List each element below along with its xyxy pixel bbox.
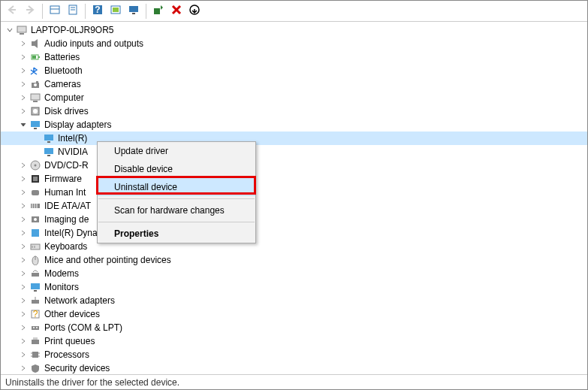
tree-category-label: Audio inputs and outputs [44, 38, 143, 49]
ctx-item-label: Update driver [114, 146, 168, 156]
tree-category-row[interactable]: Print queues [1, 334, 587, 348]
chevron-right-icon[interactable] [19, 283, 28, 292]
svg-rect-27 [34, 128, 37, 129]
tree-category-row[interactable]: Disk drives [1, 104, 587, 118]
chevron-down-icon[interactable] [19, 120, 28, 129]
back-button[interactable] [4, 3, 20, 20]
svg-rect-0 [50, 6, 59, 14]
tree-device-row[interactable]: NVIDIA [1, 145, 587, 159]
ide-icon [29, 200, 41, 212]
tree-category-label: Mice and other pointing devices [44, 255, 171, 265]
chevron-right-icon[interactable] [19, 53, 28, 62]
chevron-right-icon[interactable] [19, 66, 28, 75]
chevron-right-icon[interactable] [19, 161, 28, 170]
tree-category-label: Batteries [44, 52, 80, 62]
tree-category-row[interactable]: Firmware [1, 172, 587, 186]
bluetooth-icon [29, 65, 41, 77]
context-menu: Update driver Disable device Uninstall d… [97, 141, 256, 243]
properties-button[interactable] [65, 3, 81, 20]
svg-point-33 [35, 165, 37, 167]
status-text: Uninstalls the driver for the selected d… [5, 377, 179, 388]
chevron-right-icon[interactable] [19, 350, 28, 359]
tree-category-row[interactable]: Mice and other pointing devices [1, 253, 587, 267]
chevron-right-icon[interactable] [19, 215, 28, 224]
audio-icon [29, 38, 41, 50]
add-legacy-button[interactable] [150, 3, 167, 20]
ctx-update-driver[interactable]: Update driver [98, 142, 255, 160]
toolbar-separator [146, 4, 146, 19]
tree-category-row[interactable]: Cameras [1, 77, 587, 91]
tree-category-row[interactable]: Processors [1, 348, 587, 361]
tree-category-label: Bluetooth [44, 65, 83, 76]
chevron-right-icon[interactable] [19, 39, 28, 48]
chevron-right-icon[interactable] [19, 337, 28, 346]
ctx-separator [98, 198, 255, 199]
chevron-right-icon[interactable] [19, 269, 28, 278]
help-icon: ? [92, 4, 104, 18]
tree-category-row[interactable]: Monitors [1, 280, 587, 294]
chevron-right-icon[interactable] [19, 323, 28, 332]
svg-rect-9 [129, 6, 138, 12]
chevron-right-icon[interactable] [19, 80, 28, 89]
tree-category-row[interactable]: Imaging de [1, 213, 587, 226]
chevron-right-icon[interactable] [19, 93, 28, 102]
tree-category-row[interactable]: Network adapters [1, 294, 587, 307]
tree-category-row[interactable]: Modems [1, 267, 587, 280]
remove-button[interactable] [168, 3, 185, 20]
chevron-right-icon[interactable] [19, 107, 28, 116]
svg-rect-35 [33, 177, 38, 181]
chevron-right-icon[interactable] [19, 255, 28, 265]
svg-rect-14 [20, 33, 24, 35]
tree-category-row[interactable]: Security devices [1, 361, 587, 374]
keyboard-icon [29, 240, 41, 252]
chevron-right-icon[interactable] [19, 296, 28, 305]
tree-category-row[interactable]: Ports (COM & LPT) [1, 321, 587, 334]
tree-category-row[interactable]: Display adapters [1, 118, 587, 132]
computer-icon [16, 24, 28, 36]
svg-rect-51 [34, 290, 37, 292]
tree-category-row[interactable]: DVD/CD-R [1, 159, 587, 172]
tree-category-label: Print queues [44, 336, 95, 346]
chevron-right-icon[interactable] [19, 228, 28, 237]
ctx-uninstall-device[interactable]: Uninstall device [98, 178, 255, 196]
chevron-right-icon[interactable] [19, 310, 28, 319]
chevron-right-icon[interactable] [19, 188, 28, 197]
forward-button[interactable] [22, 3, 38, 20]
chevron-right-icon[interactable] [19, 242, 28, 251]
tree-category-label: Keyboards [44, 241, 87, 252]
tree-category-row[interactable]: Bluetooth [1, 64, 587, 77]
ctx-scan-hardware[interactable]: Scan for hardware changes [98, 201, 255, 219]
printer-icon [29, 335, 41, 347]
device-tree[interactable]: LAPTOP-0LJR9OR5 Audio inputs and outputs… [1, 22, 587, 374]
back-arrow-icon [6, 4, 18, 18]
svg-rect-28 [44, 135, 53, 141]
tree-category-row[interactable]: Computer [1, 91, 587, 104]
show-hidden-button[interactable] [47, 3, 63, 20]
tree-device-row[interactable]: Intel(R) [1, 132, 587, 145]
ctx-item-label: Properties [114, 228, 158, 239]
tree-category-row[interactable]: IDE ATA/AT [1, 199, 587, 213]
update-driver-button[interactable] [186, 3, 203, 20]
tree-category-row[interactable]: Batteries [1, 50, 587, 64]
tree-category-row[interactable]: Intel(R) Dynamic Platform and Thermal Fr… [1, 226, 587, 240]
chevron-right-icon[interactable] [19, 201, 28, 210]
ctx-properties[interactable]: Properties [98, 225, 255, 243]
chevron-down-icon[interactable] [5, 26, 14, 35]
svg-point-20 [34, 83, 37, 86]
svg-rect-50 [31, 283, 40, 289]
tree-category-row[interactable]: Human Int [1, 186, 587, 199]
svg-point-58 [36, 327, 38, 328]
chevron-right-icon[interactable] [19, 364, 28, 373]
help-button[interactable]: ? [89, 3, 106, 20]
svg-text:?: ? [95, 5, 100, 15]
tree-category-row[interactable]: Audio inputs and outputs [1, 37, 587, 50]
chevron-right-icon[interactable] [19, 174, 28, 183]
tree-root-row[interactable]: LAPTOP-0LJR9OR5 [1, 23, 587, 37]
svg-rect-22 [31, 94, 40, 100]
scan-hardware-button[interactable] [107, 3, 124, 20]
tree-category-row[interactable]: ?Other devices [1, 307, 587, 321]
tree-category-row[interactable]: Keyboards [1, 240, 587, 253]
remote-button[interactable] [125, 3, 142, 20]
ctx-disable-device[interactable]: Disable device [98, 160, 255, 178]
svg-rect-56 [32, 326, 39, 330]
